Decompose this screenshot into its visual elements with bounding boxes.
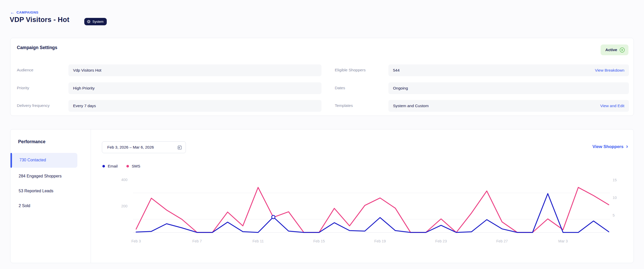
svg-text:15: 15 <box>613 178 617 182</box>
breadcrumb[interactable]: ← CAMPAIGNS <box>10 10 39 15</box>
view-breakdown-link[interactable]: View Breakdown <box>595 68 624 73</box>
metric-item-contacted-label[interactable]: 730 Contacted <box>19 158 46 162</box>
legend-item-email[interactable]: Email <box>102 164 118 169</box>
field-value: Vdp Visitors Hot <box>73 68 101 73</box>
performance-heading: Performance <box>18 139 45 144</box>
svg-text:10: 10 <box>613 196 617 200</box>
field-label: Priority <box>17 86 29 90</box>
svg-text:400: 400 <box>121 178 127 182</box>
view-and-edit-link[interactable]: View and Edit <box>600 104 625 108</box>
field-label: Dates <box>335 86 345 90</box>
calendar-icon <box>177 145 182 150</box>
chevron-right-icon: › <box>626 144 628 149</box>
svg-text:Feb 23: Feb 23 <box>435 239 447 243</box>
performance-line-chart: 20040051015Feb 3Feb 7Feb 11Feb 15Feb 19F… <box>92 169 634 253</box>
campaign-settings-card: Campaign Settings Active Audience Vdp Vi… <box>10 38 634 116</box>
field-label: Eligible Shoppers <box>335 68 366 72</box>
email-series-dot-icon <box>102 165 105 167</box>
field-label: Templates <box>335 103 353 108</box>
field-value-box: System and Custom View and Edit <box>388 100 629 112</box>
field-value: Ongoing <box>393 86 408 91</box>
campaign-settings-heading: Campaign Settings <box>17 45 57 50</box>
svg-text:5: 5 <box>613 213 615 217</box>
field-label: Delivery frequency <box>17 103 50 108</box>
legend-sms-label: SMS <box>132 164 140 169</box>
gear-icon <box>87 20 91 24</box>
svg-text:Feb 7: Feb 7 <box>192 239 202 243</box>
performance-sidebar: Performance 730 Contacted 284 Engaged Sh… <box>10 129 91 263</box>
svg-text:200: 200 <box>121 204 127 208</box>
field-value-box: 544 View Breakdown <box>388 64 629 76</box>
system-badge: System <box>84 18 107 25</box>
performance-card: Performance 730 Contacted 284 Engaged Sh… <box>10 129 634 263</box>
field-row-audience: Audience Vdp Visitors Hot Eligible Shopp… <box>10 64 634 76</box>
sms-series-dot-icon <box>126 165 129 167</box>
metric-item-engaged-shoppers[interactable]: 284 Engaged Shoppers <box>19 174 62 178</box>
page: ← CAMPAIGNS VDP Visitors - Hot System Ca… <box>0 0 644 269</box>
svg-text:Feb 19: Feb 19 <box>374 239 386 243</box>
legend-item-sms[interactable]: SMS <box>126 164 140 169</box>
campaign-status-badge[interactable]: Active <box>601 44 628 55</box>
field-value: Every 7 days <box>73 104 96 108</box>
field-label: Audience <box>17 68 33 72</box>
field-value-box: Ongoing <box>388 82 629 94</box>
field-value-box: Vdp Visitors Hot <box>68 64 321 76</box>
svg-text:Feb 15: Feb 15 <box>313 239 325 243</box>
field-value-box: High Priority <box>68 82 321 94</box>
view-shoppers-label: View Shoppers <box>592 144 624 149</box>
field-value-box: Every 7 days <box>68 100 321 112</box>
date-range-picker[interactable]: Feb 3, 2026 – Mar 6, 2026 <box>102 141 186 153</box>
metric-item-sold[interactable]: 2 Sold <box>19 204 30 208</box>
svg-text:Mar 3: Mar 3 <box>558 239 568 243</box>
metric-item-reported-leads[interactable]: 53 Reported Leads <box>19 189 53 193</box>
svg-text:Feb 11: Feb 11 <box>253 239 264 243</box>
back-arrow-icon: ← <box>10 10 15 15</box>
field-value: High Priority <box>73 86 94 91</box>
field-value: System and Custom <box>393 104 429 108</box>
date-range-value: Feb 3, 2026 – Mar 6, 2026 <box>107 145 177 150</box>
legend-email-label: Email <box>108 164 118 169</box>
field-row-priority: Priority High Priority Dates Ongoing <box>10 82 634 94</box>
svg-text:Feb 27: Feb 27 <box>496 239 508 243</box>
system-badge-label: System <box>92 20 103 24</box>
campaign-status-label: Active <box>605 48 617 52</box>
breadcrumb-label: CAMPAIGNS <box>17 10 39 14</box>
page-title: VDP Visitors - Hot <box>10 16 69 24</box>
chart-legend: Email SMS <box>102 164 140 169</box>
field-row-delivery-frequency: Delivery frequency Every 7 days Template… <box>10 100 634 112</box>
view-shoppers-link[interactable]: View Shoppers › <box>592 144 628 149</box>
svg-text:Feb 3: Feb 3 <box>131 239 141 243</box>
field-value: 544 <box>393 68 400 73</box>
play-circle-icon <box>619 47 625 53</box>
